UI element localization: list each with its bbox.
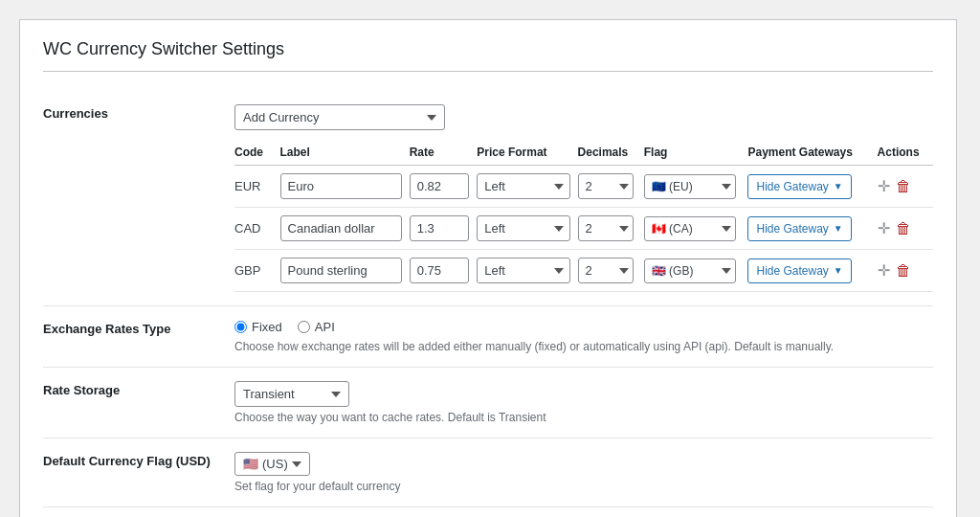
exchange-rates-field: Fixed API Choose how exchange rates will… — [234, 306, 933, 368]
currency-flag-cell: 🇨🇦 (CA) — [644, 208, 748, 250]
settings-page: WC Currency Switcher Settings Currencies… — [19, 19, 957, 517]
currency-rate-cell — [410, 166, 478, 208]
currency-price-format-select[interactable]: LeftRightLeft SpaceRight Space — [477, 258, 569, 283]
exchange-rates-label: Exchange Rates Type — [43, 306, 234, 368]
currency-decimals-cell: 01234 — [578, 166, 644, 208]
currency-actions-cell: ✛🗑 — [878, 208, 933, 250]
currency-price-format-cell: LeftRightLeft SpaceRight Space — [477, 250, 577, 292]
table-row: EURLeftRightLeft SpaceRight Space01234🇪🇺… — [234, 166, 933, 208]
exchange-rates-description: Choose how exchange rates will be added … — [234, 340, 933, 353]
currency-gateway-cell: Hide Gateway▼ — [747, 250, 877, 292]
currency-price-format-cell: LeftRightLeft SpaceRight Space — [477, 166, 577, 208]
currency-gateway-cell: Hide Gateway▼ — [747, 208, 877, 250]
currency-actions-cell: ✛🗑 — [878, 166, 933, 208]
radio-fixed[interactable]: Fixed — [234, 320, 282, 334]
currency-flag-select[interactable]: 🇪🇺 (EU) — [644, 174, 736, 199]
rate-storage-field: Transient Option Choose the way you want… — [234, 368, 933, 438]
hide-gateway-button[interactable]: Hide Gateway▼ — [747, 216, 851, 241]
flag-label: Flag — [43, 507, 234, 518]
header-rate: Rate — [410, 140, 478, 166]
currency-decimals-cell: 01234 — [578, 250, 644, 292]
currency-table: Code Label Rate Price Format Decimals Fl… — [234, 140, 933, 292]
header-code: Code — [234, 140, 280, 166]
radio-api-label: API — [315, 320, 335, 334]
settings-form: Currencies Add Currency Code Label Rate … — [43, 91, 933, 517]
currency-rate-cell — [410, 250, 478, 292]
currency-code: CAD — [234, 208, 280, 250]
radio-api-input[interactable] — [298, 321, 310, 333]
default-currency-flag-field: 🇺🇸 (US) Set flag for your default curren… — [234, 438, 933, 507]
currency-price-format-cell: LeftRightLeft SpaceRight Space — [477, 208, 577, 250]
radio-fixed-label: Fixed — [252, 320, 282, 334]
currency-code: EUR — [234, 166, 280, 208]
exchange-rates-row: Exchange Rates Type Fixed API Choose how… — [43, 306, 933, 368]
currencies-label: Currencies — [43, 91, 234, 306]
action-icons: ✛🗑 — [878, 177, 925, 195]
add-currency-select[interactable]: Add Currency — [234, 104, 445, 130]
us-flag-emoji: 🇺🇸 — [243, 457, 258, 471]
currency-label-cell — [280, 166, 410, 208]
currencies-row: Currencies Add Currency Code Label Rate … — [43, 91, 933, 306]
currency-label-cell — [280, 208, 410, 250]
table-row: CADLeftRightLeft SpaceRight Space01234🇨🇦… — [234, 208, 933, 250]
rate-storage-label: Rate Storage — [43, 368, 234, 438]
header-actions: Actions — [878, 140, 933, 166]
gateway-dropdown-arrow: ▼ — [834, 223, 843, 234]
header-flag: Flag — [644, 140, 748, 166]
currency-flag-cell: 🇪🇺 (EU) — [644, 166, 748, 208]
currency-label-input[interactable] — [280, 173, 402, 199]
header-price-format: Price Format — [477, 140, 577, 166]
rate-storage-description: Choose the way you want to cache rates. … — [234, 411, 933, 424]
currency-label-input[interactable] — [280, 215, 402, 241]
flag-field: Show country flag Check this if you want… — [234, 507, 933, 518]
currency-decimals-select[interactable]: 01234 — [578, 215, 634, 241]
radio-fixed-input[interactable] — [234, 321, 247, 333]
flag-row: Flag Show country flag Check this if you… — [43, 507, 933, 518]
currencies-field: Add Currency Code Label Rate Price Forma… — [234, 91, 933, 306]
action-icons: ✛🗑 — [878, 219, 925, 237]
currency-gateway-cell: Hide Gateway▼ — [747, 166, 877, 208]
currency-decimals-select[interactable]: 01234 — [578, 258, 634, 283]
default-currency-description: Set flag for your default currency — [234, 480, 933, 493]
currency-code: GBP — [234, 250, 280, 292]
currency-price-format-select[interactable]: LeftRightLeft SpaceRight Space — [477, 215, 569, 241]
currency-label-cell — [280, 250, 410, 292]
hide-gateway-button[interactable]: Hide Gateway▼ — [747, 258, 851, 283]
header-payment-gateways: Payment Gateways — [747, 140, 877, 166]
default-currency-flag-row: Default Currency Flag (USD) 🇺🇸 (US) Set … — [43, 438, 933, 507]
currency-decimals-select[interactable]: 01234 — [578, 173, 634, 199]
currency-decimals-cell: 01234 — [578, 208, 644, 250]
currency-flag-select[interactable]: 🇨🇦 (CA) — [644, 216, 736, 241]
currency-table-header: Code Label Rate Price Format Decimals Fl… — [234, 140, 933, 166]
hide-gateway-button[interactable]: Hide Gateway▼ — [747, 174, 851, 199]
gateway-dropdown-arrow: ▼ — [834, 265, 843, 276]
default-currency-flag-label: Default Currency Flag (USD) — [43, 438, 234, 507]
currency-flag-select[interactable]: 🇬🇧 (GB) — [644, 258, 736, 283]
default-currency-flag-select[interactable]: (US) — [262, 457, 301, 471]
move-icon[interactable]: ✛ — [878, 177, 890, 195]
page-title: WC Currency Switcher Settings — [43, 39, 933, 72]
delete-icon[interactable]: 🗑 — [896, 262, 911, 280]
move-icon[interactable]: ✛ — [878, 261, 890, 280]
currency-flag-cell: 🇬🇧 (GB) — [644, 250, 748, 292]
exchange-rates-radio-group: Fixed API — [234, 320, 933, 334]
currency-rate-input[interactable] — [410, 215, 470, 241]
rate-storage-select[interactable]: Transient Option — [234, 381, 349, 407]
table-row: GBPLeftRightLeft SpaceRight Space01234🇬🇧… — [234, 250, 933, 292]
header-decimals: Decimals — [578, 140, 644, 166]
header-label: Label — [280, 140, 410, 166]
currency-rate-cell — [410, 208, 478, 250]
currency-actions-cell: ✛🗑 — [878, 250, 933, 292]
move-icon[interactable]: ✛ — [878, 219, 890, 237]
action-icons: ✛🗑 — [878, 261, 925, 280]
radio-api[interactable]: API — [298, 320, 335, 334]
rate-storage-row: Rate Storage Transient Option Choose the… — [43, 368, 933, 438]
currency-rate-input[interactable] — [410, 258, 470, 283]
currency-price-format-select[interactable]: LeftRightLeft SpaceRight Space — [477, 173, 569, 199]
delete-icon[interactable]: 🗑 — [896, 220, 911, 237]
flag-currency-wrapper[interactable]: 🇺🇸 (US) — [234, 452, 310, 476]
delete-icon[interactable]: 🗑 — [896, 178, 911, 195]
gateway-dropdown-arrow: ▼ — [834, 181, 843, 191]
currency-label-input[interactable] — [280, 258, 402, 283]
currency-rate-input[interactable] — [410, 173, 470, 199]
